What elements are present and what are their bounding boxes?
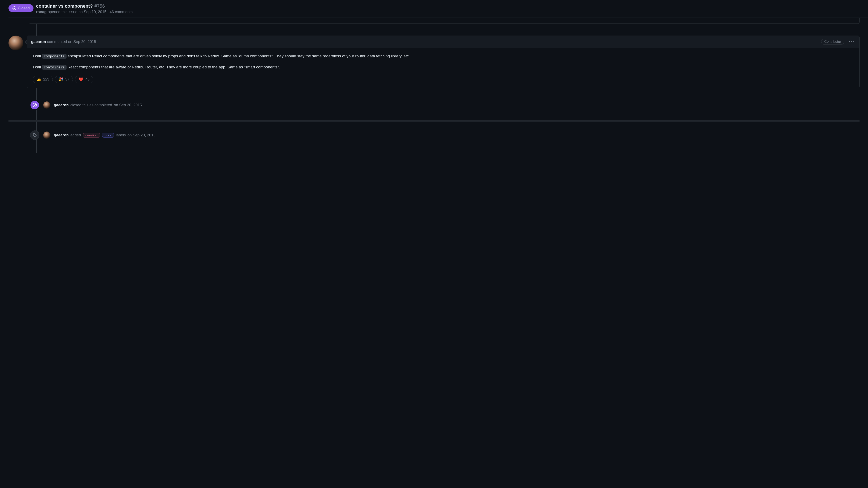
issue-title[interactable]: container vs component?: [36, 3, 93, 9]
svg-point-0: [13, 6, 16, 10]
avatar[interactable]: [43, 101, 51, 109]
label-chip-docs[interactable]: docs: [102, 133, 114, 138]
event-author-link[interactable]: gaearon: [54, 133, 69, 137]
reaction-count: 37: [65, 77, 69, 82]
svg-point-1: [33, 103, 37, 107]
event-date[interactable]: on Sep 20, 2015: [114, 103, 142, 107]
thumbs-up-icon: 👍: [36, 77, 41, 82]
event-author-link[interactable]: gaearon: [54, 103, 69, 107]
closed-event-badge: [30, 100, 40, 110]
timeline-event-closed: gaearon closed this as completed on Sep …: [30, 100, 860, 110]
comment-actions-menu[interactable]: [848, 40, 855, 44]
closed-check-icon: [32, 103, 37, 107]
comment-count: 46 comments: [110, 10, 132, 14]
inline-code: components: [42, 54, 66, 59]
tada-icon: 🎉: [59, 77, 63, 82]
event-date[interactable]: on Sep 20, 2015: [128, 133, 156, 137]
comment-author-link[interactable]: gaearon: [31, 40, 46, 44]
label-chip-question[interactable]: question: [83, 133, 100, 138]
comment-date[interactable]: on Sep 20, 2015: [68, 40, 96, 44]
issue-status-pill: Closed: [8, 4, 33, 12]
label-event-badge: [30, 130, 39, 140]
reaction-thumbs-up[interactable]: 👍 223: [33, 76, 53, 83]
issue-header: Closed container vs component? #756 rona…: [8, 0, 868, 18]
issue-number: #756: [94, 3, 105, 9]
status-label: Closed: [18, 6, 30, 10]
comment-item: gaearon commented on Sep 20, 2015 Contri…: [8, 36, 860, 88]
reaction-count: 45: [85, 77, 89, 82]
reaction-hooray[interactable]: 🎉 37: [55, 76, 73, 83]
closed-check-icon: [12, 6, 17, 10]
timeline: gaearon commented on Sep 20, 2015 Contri…: [8, 18, 860, 153]
heart-icon: ❤️: [79, 77, 83, 82]
svg-point-2: [34, 134, 34, 135]
avatar[interactable]: [43, 132, 51, 139]
comment-box: gaearon commented on Sep 20, 2015 Contri…: [27, 36, 860, 88]
inline-code: containers: [42, 65, 66, 70]
reaction-heart[interactable]: ❤️ 45: [75, 76, 93, 83]
tag-icon: [32, 133, 37, 137]
comment-body: I call components encapsulated React com…: [27, 48, 859, 74]
reaction-count: 223: [43, 77, 49, 82]
timeline-event-labeled: gaearon added question docs labels on Se…: [30, 130, 860, 140]
timeline-divider: [8, 120, 860, 122]
avatar[interactable]: [8, 36, 23, 51]
reactions-bar: 👍 223 🎉 37 ❤️ 45: [27, 74, 859, 88]
opened-date[interactable]: on Sep 19, 2015: [79, 10, 106, 14]
role-badge: Contributor: [821, 39, 844, 45]
header-text: container vs component? #756 ronag opene…: [36, 3, 132, 14]
previous-comment-edge: [29, 18, 860, 24]
comment-header: gaearon commented on Sep 20, 2015 Contri…: [27, 36, 859, 48]
issue-opener-link[interactable]: ronag: [36, 10, 46, 14]
issue-meta: ronag opened this issue on Sep 19, 2015 …: [36, 10, 132, 14]
